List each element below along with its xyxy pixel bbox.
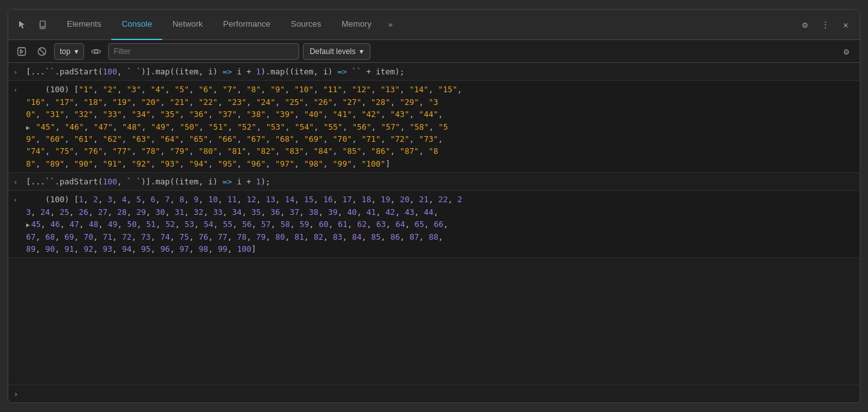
entry-output-2: (100) [1, 2, 3, 4, 5, 6, 7, 8, 9, 10, 11…	[26, 193, 855, 255]
console-output[interactable]: › [...``.padStart(100, ` `)].map((item, …	[8, 63, 860, 385]
levels-button[interactable]: Default levels ▾	[303, 43, 370, 60]
tab-sources[interactable]: Sources	[281, 10, 332, 40]
inline-expand-arrow-2[interactable]: ▶	[26, 221, 30, 228]
cursor-icon[interactable]	[13, 16, 31, 34]
devtools-window: Elements Console Network Performance Sou…	[8, 9, 860, 403]
tab-memory[interactable]: Memory	[332, 10, 382, 40]
entry-code-2: [...``.padStart(100, ` `)].map((item, i)…	[26, 175, 855, 188]
tab-actions: ⚙ ⋮ ✕	[796, 16, 855, 34]
more-options-icon[interactable]: ⋮	[816, 16, 834, 34]
tab-more[interactable]: »	[382, 16, 400, 34]
console-entry-output-2: ‹ (100) [1, 2, 3, 4, 5, 6, 7, 8, 9, 10, …	[8, 191, 860, 258]
console-entry-output-1: ‹ (100) ["1", "2", "3", "4", "5", "6", "…	[8, 81, 860, 173]
tab-console[interactable]: Console	[111, 10, 162, 40]
run-icon[interactable]	[13, 43, 30, 60]
entry-code-1: [...``.padStart(100, ` `)].map((item, i)…	[26, 65, 855, 78]
filter-input[interactable]	[108, 43, 299, 60]
console-prompt-arrow: ›	[13, 389, 18, 399]
tab-elements[interactable]: Elements	[57, 10, 111, 40]
svg-rect-3	[18, 48, 25, 55]
svg-line-8	[39, 49, 45, 54]
console-settings-icon[interactable]: ⚙	[838, 43, 855, 60]
entry-output-1: (100) ["1", "2", "3", "4", "5", "6", "7"…	[26, 83, 855, 170]
console-toolbar: top ▾ Default levels ▾ ⚙	[8, 40, 860, 63]
output-arrow-1: ‹	[13, 85, 22, 95]
mobile-icon[interactable]	[34, 16, 52, 34]
context-selector[interactable]: top ▾	[54, 43, 84, 60]
svg-point-9	[94, 50, 97, 53]
settings-icon[interactable]: ⚙	[796, 16, 814, 34]
console-entry-input-1: › [...``.padStart(100, ` `)].map((item, …	[8, 63, 860, 81]
output-arrow-2: ‹	[13, 195, 22, 205]
console-entry-input-2: › [...``.padStart(100, ` `)].map((item, …	[8, 173, 860, 191]
tab-bar: Elements Console Network Performance Sou…	[8, 10, 860, 40]
console-input-area: ›	[8, 385, 860, 402]
close-icon[interactable]: ✕	[837, 16, 855, 34]
console-input[interactable]	[22, 389, 855, 399]
entry-expand-arrow-1[interactable]: ›	[13, 67, 22, 78]
clear-icon[interactable]	[34, 43, 50, 60]
tabs: Elements Console Network Performance Sou…	[57, 10, 796, 40]
entry-expand-arrow-2[interactable]: ›	[13, 177, 22, 188]
tab-icons	[13, 16, 52, 34]
svg-point-2	[43, 27, 43, 28]
tab-network[interactable]: Network	[162, 10, 213, 40]
inline-expand-arrow[interactable]: ▶	[26, 124, 30, 131]
tab-performance[interactable]: Performance	[213, 10, 281, 40]
eye-icon[interactable]	[88, 43, 104, 60]
